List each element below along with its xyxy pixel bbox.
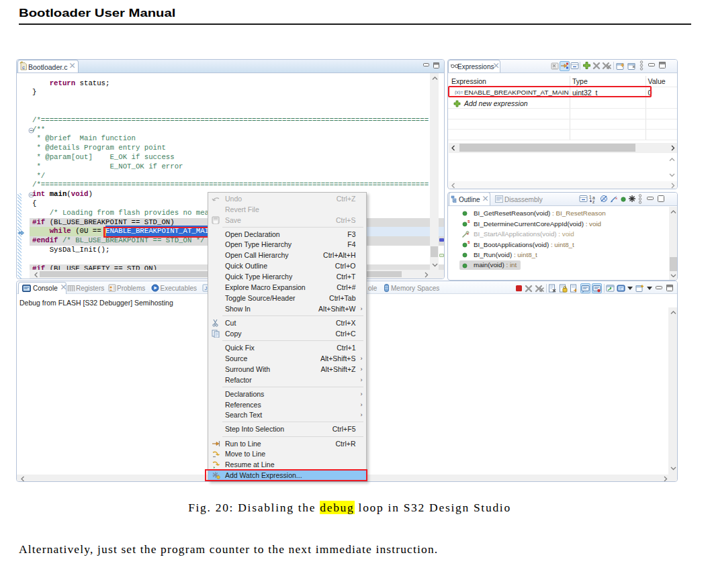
svg-text:J: J xyxy=(205,285,208,291)
svg-text:1: 1 xyxy=(589,195,592,199)
svg-text:c: c xyxy=(22,64,25,70)
svg-text:s: s xyxy=(615,196,617,200)
svg-text:s: s xyxy=(467,231,469,235)
svg-text:z: z xyxy=(592,199,594,203)
